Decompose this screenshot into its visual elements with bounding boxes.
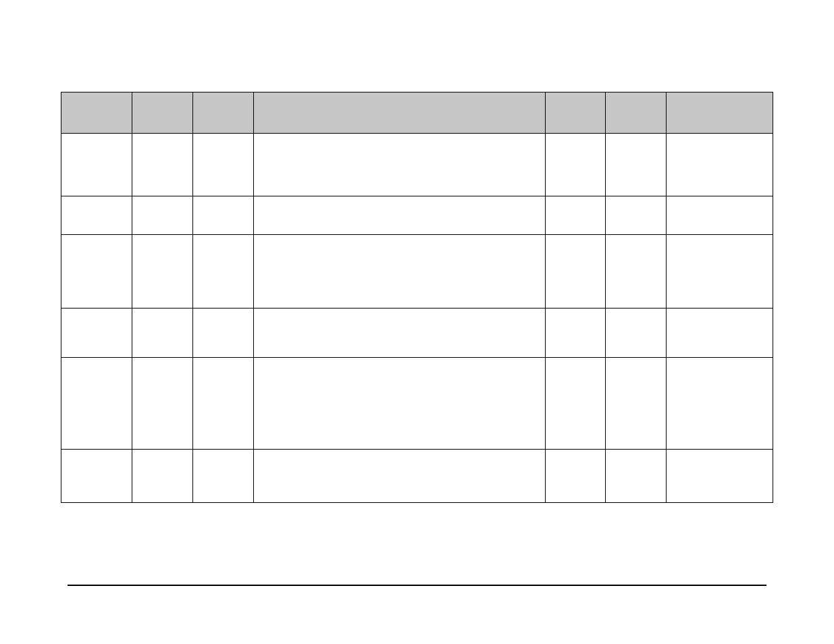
- table-cell: [606, 358, 667, 450]
- table-cell: [666, 308, 773, 358]
- table-header-cell: [606, 92, 667, 134]
- table-cell: [545, 235, 606, 308]
- table-container: [61, 92, 773, 503]
- table-cell: [192, 235, 253, 308]
- table-cell: [666, 235, 773, 308]
- table-header-cell: [253, 92, 545, 134]
- table-cell: [132, 235, 193, 308]
- footer-divider: [68, 585, 766, 586]
- table-cell: [606, 450, 667, 503]
- table-header-cell: [545, 92, 606, 134]
- table-row: [61, 308, 773, 358]
- table-cell: [132, 308, 193, 358]
- table-cell: [132, 196, 193, 235]
- table-cell: [132, 134, 193, 196]
- table-cell: [545, 450, 606, 503]
- table-cell: [132, 358, 193, 450]
- table-cell: [253, 235, 545, 308]
- table-header-cell: [61, 92, 132, 134]
- table-cell: [545, 196, 606, 235]
- table-cell: [545, 134, 606, 196]
- table-row: [61, 134, 773, 196]
- table-cell: [61, 134, 132, 196]
- table-cell: [132, 450, 193, 503]
- page: [0, 0, 834, 644]
- table-cell: [253, 134, 545, 196]
- table-cell: [61, 358, 132, 450]
- table-cell: [606, 196, 667, 235]
- table-cell: [606, 235, 667, 308]
- table-cell: [545, 308, 606, 358]
- table-cell: [61, 196, 132, 235]
- table-cell: [606, 308, 667, 358]
- table-cell: [192, 358, 253, 450]
- table-header-cell: [192, 92, 253, 134]
- table-cell: [606, 134, 667, 196]
- table-row: [61, 358, 773, 450]
- table-header-cell: [666, 92, 773, 134]
- table-cell: [666, 134, 773, 196]
- table-row: [61, 450, 773, 503]
- table-cell: [61, 308, 132, 358]
- table-cell: [666, 450, 773, 503]
- table-cell: [192, 308, 253, 358]
- table-row: [61, 235, 773, 308]
- table-cell: [61, 235, 132, 308]
- table-cell: [253, 196, 545, 235]
- table-cell: [666, 358, 773, 450]
- table-cell: [253, 450, 545, 503]
- table-cell: [192, 196, 253, 235]
- table-header-cell: [132, 92, 193, 134]
- table-row: [61, 196, 773, 235]
- table-cell: [253, 358, 545, 450]
- table-cell: [192, 134, 253, 196]
- table-cell: [666, 196, 773, 235]
- table-cell: [545, 358, 606, 450]
- table-cell: [253, 308, 545, 358]
- table-cell: [192, 450, 253, 503]
- table-cell: [61, 450, 132, 503]
- data-table: [61, 92, 773, 503]
- table-header-row: [61, 92, 773, 134]
